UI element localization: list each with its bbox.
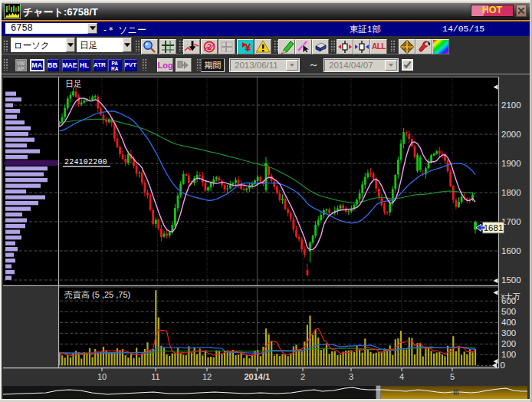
svg-text:1900: 1900 xyxy=(501,159,521,168)
svg-text:11: 11 xyxy=(151,372,159,381)
svg-text:売貢高 (5 ,25 ,75): 売貢高 (5 ,25 ,75) xyxy=(64,290,130,299)
svg-text:1500: 1500 xyxy=(501,275,521,285)
svg-text:1800: 1800 xyxy=(501,188,521,197)
svg-text:600: 600 xyxy=(501,296,516,305)
svg-text:3: 3 xyxy=(349,372,353,381)
svg-text:2014/1: 2014/1 xyxy=(244,372,270,381)
svg-text:2000: 2000 xyxy=(501,130,521,139)
svg-text:2: 2 xyxy=(300,372,305,381)
svg-text:12: 12 xyxy=(202,372,212,381)
svg-text:200: 200 xyxy=(501,339,516,348)
svg-text:400: 400 xyxy=(501,318,516,327)
svg-text:5: 5 xyxy=(450,372,455,381)
svg-text:2100: 2100 xyxy=(501,100,521,110)
svg-text:0: 0 xyxy=(501,361,505,370)
svg-text:100: 100 xyxy=(501,350,516,359)
svg-text:4: 4 xyxy=(399,372,404,381)
svg-text:1600: 1600 xyxy=(501,246,521,255)
svg-text:300: 300 xyxy=(501,328,516,338)
svg-text:日足: 日足 xyxy=(65,79,82,88)
svg-text:500: 500 xyxy=(501,307,516,316)
svg-text:1681: 1681 xyxy=(484,223,504,232)
svg-text:10: 10 xyxy=(97,372,107,381)
svg-text:224102200: 224102200 xyxy=(64,158,107,166)
